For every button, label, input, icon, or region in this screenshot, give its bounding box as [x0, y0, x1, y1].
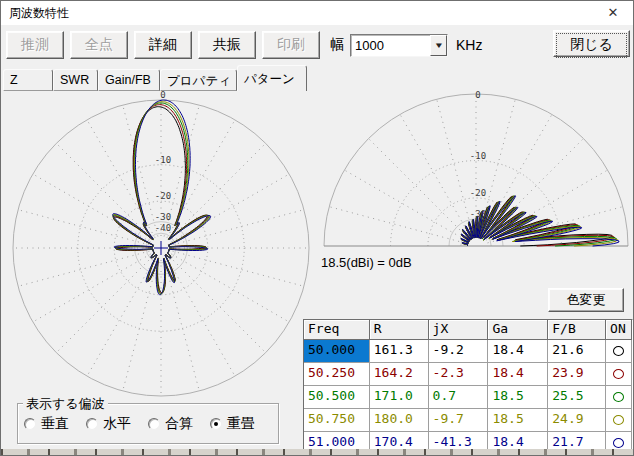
db-ring-label: -40: [470, 221, 486, 231]
chevron-down-icon: ▼: [433, 41, 443, 50]
titlebar-close-button[interactable]: ✕: [595, 1, 631, 24]
radio-label: 重畳: [227, 415, 255, 433]
table-cell-ga: 18.5: [488, 409, 548, 431]
table-header-r: R: [370, 320, 429, 340]
on-indicator[interactable]: [613, 415, 624, 425]
table-header-freq: Freq: [304, 320, 370, 340]
table-cell-on: [606, 409, 632, 431]
polarization-groupbox: 表示する偏波 垂直水平合算重畳: [17, 403, 279, 444]
table-cell-ga: 18.4: [488, 340, 548, 362]
radio-circle-icon: [24, 418, 36, 430]
table-header-row: FreqRjXGaF/BON: [304, 320, 632, 340]
radio-vertical[interactable]: 垂直: [24, 415, 69, 433]
dropdown-button[interactable]: ▼: [430, 35, 447, 56]
close-icon: ✕: [608, 5, 619, 20]
db-ring-label: -40: [155, 223, 171, 233]
gain-reference-label: 18.5(dBi) = 0dB: [321, 255, 412, 270]
close-dialog-label: 閉じる: [556, 33, 627, 58]
table-cell-ga: 18.5: [488, 386, 548, 408]
db-ring-label: -30: [470, 209, 486, 219]
width-label: 幅: [330, 36, 344, 54]
window-title: 周波数特性: [9, 5, 69, 22]
width-value: 1000: [351, 35, 430, 56]
radio-combined[interactable]: 合算: [148, 415, 193, 433]
toolbar-button-print: 印刷: [262, 31, 320, 59]
table-row[interactable]: 50.000161.3-9.218.421.6: [304, 340, 632, 363]
table-cell-jx: -2.3: [429, 363, 489, 385]
db-ring-label: 0: [160, 90, 165, 100]
elevation-pattern-chart: 0-10-20-30-40: [319, 89, 634, 251]
table-cell-jx: 0.7: [429, 386, 489, 408]
table-cell-on: [606, 340, 632, 362]
table-cell-r: 161.3: [370, 340, 429, 362]
on-indicator[interactable]: [613, 392, 624, 402]
width-combobox[interactable]: 1000 ▼: [350, 34, 448, 57]
width-unit-label: KHz: [456, 37, 482, 53]
db-ring-label: -10: [155, 155, 171, 165]
db-ring-label: -30: [155, 212, 171, 222]
table-cell-r: 164.2: [370, 363, 429, 385]
polarization-group-label: 表示する偏波: [23, 395, 108, 413]
table-header-jx: jX: [429, 320, 489, 340]
background-window-sliver: [1, 449, 633, 455]
table-cell-fb: 23.9: [548, 363, 606, 385]
db-ring-label: -20: [470, 188, 486, 198]
polarization-options: 垂直水平合算重畳: [24, 415, 272, 433]
table-cell-jx: -9.2: [429, 340, 489, 362]
radio-label: 垂直: [41, 415, 69, 433]
radio-circle-icon: [210, 418, 222, 430]
toolbar-button-detail[interactable]: 詳細: [134, 31, 192, 59]
color-change-button[interactable]: 色変更: [548, 288, 624, 312]
on-indicator[interactable]: [613, 346, 624, 356]
table-cell-freq: 50.000: [304, 340, 370, 362]
frequency-table: FreqRjXGaF/BON50.000161.3-9.218.421.650.…: [303, 319, 633, 456]
table-cell-freq: 50.750: [304, 409, 370, 431]
table-row[interactable]: 50.500171.00.718.525.5: [304, 386, 632, 409]
db-ring-label: 0: [475, 90, 480, 100]
vertical-pattern-chart: 0-10-20-30-40: [5, 86, 317, 399]
table-cell-freq: 50.500: [304, 386, 370, 408]
toolbar-button-resonance[interactable]: 共振: [198, 31, 256, 59]
db-ring-label: -20: [155, 191, 171, 201]
table-cell-r: 171.0: [370, 386, 429, 408]
table-cell-on: [606, 386, 632, 408]
table-row[interactable]: 50.250164.2-2.318.423.9: [304, 363, 632, 386]
toolbar-buttons: 推測全点詳細共振印刷: [6, 31, 326, 59]
close-dialog-button[interactable]: 閉じる: [553, 30, 630, 57]
table-cell-fb: 24.9: [548, 409, 606, 431]
radio-horizontal[interactable]: 水平: [86, 415, 131, 433]
toolbar-button-all-points: 全点: [70, 31, 128, 59]
on-indicator[interactable]: [613, 438, 624, 448]
table-header-on: ON: [606, 320, 632, 340]
titlebar: 周波数特性 ✕: [1, 1, 633, 25]
toolbar-button-estimate: 推測: [6, 31, 64, 59]
table-cell-jx: -9.7: [429, 409, 489, 431]
radio-label: 水平: [103, 415, 131, 433]
table-row[interactable]: 50.750180.0-9.718.524.9: [304, 409, 632, 432]
radio-label: 合算: [165, 415, 193, 433]
table-cell-ga: 18.4: [488, 363, 548, 385]
frequency-characteristics-window: 周波数特性 ✕ 推測全点詳細共振印刷 幅 1000 ▼ KHz 閉じる ZSWR…: [0, 0, 634, 456]
toolbar: 推測全点詳細共振印刷 幅 1000 ▼ KHz 閉じる: [1, 25, 633, 65]
tab-pattern[interactable]: パターン: [237, 65, 307, 91]
radio-circle-icon: [148, 418, 160, 430]
on-indicator[interactable]: [613, 369, 624, 379]
table-cell-r: 180.0: [370, 409, 429, 431]
table-cell-freq: 50.250: [304, 363, 370, 385]
radio-superimposed[interactable]: 重畳: [210, 415, 255, 433]
db-ring-label: -10: [470, 151, 486, 161]
table-cell-fb: 21.6: [548, 340, 606, 362]
table-cell-on: [606, 363, 632, 385]
table-header-ga: Ga: [488, 320, 548, 340]
table-header-fb: F/B: [548, 320, 606, 340]
radio-circle-icon: [86, 418, 98, 430]
table-cell-fb: 25.5: [548, 386, 606, 408]
